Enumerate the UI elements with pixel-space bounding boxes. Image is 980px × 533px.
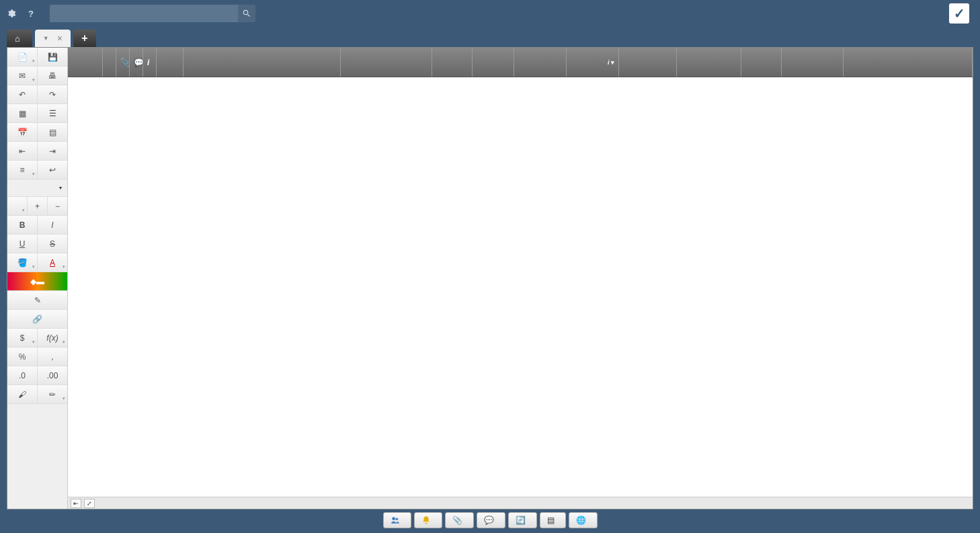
start-col-header[interactable] — [514, 48, 567, 77]
sharing-button[interactable] — [383, 512, 411, 528]
discuss-col-header[interactable]: 💬 — [130, 48, 143, 77]
save-button[interactable]: 💾 — [38, 48, 67, 66]
comments-button[interactable]: 💬 — [477, 512, 505, 528]
predecessors-col-header[interactable] — [677, 48, 741, 77]
finish-col-header[interactable]: i ▾ — [567, 48, 619, 77]
search-icon — [242, 9, 251, 18]
new-button[interactable]: 📄▾ — [7, 48, 38, 66]
help-icon: ? — [28, 9, 34, 19]
search-button[interactable] — [238, 5, 255, 22]
fill-color-button[interactable]: 🪣▾ — [7, 253, 38, 272]
underline-button[interactable]: U — [7, 235, 38, 253]
refresh-icon: 🔄 — [516, 516, 526, 525]
help-link[interactable]: ? — [28, 9, 36, 19]
svg-point-1 — [395, 518, 398, 521]
status-col-header[interactable] — [619, 48, 677, 77]
logo-checkmark-icon: ✓ — [949, 3, 969, 24]
people-icon — [391, 516, 400, 525]
link-button[interactable]: 🔗 — [7, 310, 67, 328]
outdent-button[interactable]: ⇤ — [7, 142, 38, 160]
font-select[interactable]: ▾ — [10, 185, 65, 191]
font-size-select[interactable]: ▾ — [7, 197, 28, 215]
grid-view-button[interactable]: ▦ — [7, 104, 38, 122]
bold-button[interactable]: B — [7, 216, 38, 234]
atrisk-col-header[interactable] — [157, 48, 183, 77]
close-icon[interactable]: × — [57, 33, 63, 44]
add-tab-button[interactable]: + — [73, 30, 96, 47]
info-icon: i — [147, 58, 149, 67]
clear-format-button[interactable]: ✏▾ — [38, 385, 67, 403]
left-toolbar: 📄▾💾 ✉▾🖶 ↶↷ ▦☰ 📅▤ ⇤⇥ ≡▾↩ ▾ ▾+− BI US 🪣▾A▾… — [7, 48, 68, 509]
align-button[interactable]: ≡▾ — [7, 161, 38, 179]
gantt-view-button[interactable]: ☰ — [38, 104, 67, 122]
highlight-button[interactable]: ✎ — [7, 291, 67, 309]
alerts-button[interactable] — [414, 512, 442, 528]
brand-logo: ✓ — [949, 3, 973, 24]
duration-col-header[interactable] — [473, 48, 514, 77]
strike-button[interactable]: S — [38, 235, 67, 253]
collapse-all-button[interactable]: ⇤ — [71, 499, 81, 508]
comments-col-header[interactable] — [844, 48, 973, 77]
form-icon: ▤ — [547, 516, 555, 525]
comment-icon: 💬 — [484, 516, 494, 525]
text-color-button[interactable]: A▾ — [38, 253, 67, 272]
dec-decrease-button[interactable]: .0 — [7, 366, 38, 384]
comment-icon: 💬 — [134, 58, 143, 67]
grid-footer: ⇤ ⤢ — [68, 497, 973, 509]
story-points-col-header[interactable] — [432, 48, 473, 77]
search-input[interactable] — [50, 5, 238, 22]
currency-button[interactable]: $▾ — [7, 329, 38, 347]
info-col-header[interactable]: i — [143, 48, 157, 77]
plus-icon: + — [81, 32, 87, 44]
paperclip-icon: 📎 — [452, 516, 462, 525]
sprint-col-header[interactable] — [741, 48, 782, 77]
formula-button[interactable]: f(x)▾ — [38, 329, 67, 347]
assigned-col-header[interactable] — [782, 48, 844, 77]
home-icon: ⌂ — [15, 34, 20, 44]
redo-button[interactable]: ↷ — [38, 85, 67, 104]
sheet-grid: 📎 💬 i i ▾ ⇤ ⤢ — [68, 48, 973, 509]
svg-point-0 — [392, 517, 395, 520]
tab-menu-icon[interactable]: ▼ — [43, 35, 49, 42]
account-link[interactable] — [7, 9, 19, 18]
publish-button[interactable]: 🌐 — [569, 512, 598, 528]
task-col-header[interactable] — [183, 48, 341, 77]
feature-type-col-header[interactable] — [341, 48, 432, 77]
format-painter-button[interactable]: 🖌 — [7, 385, 38, 403]
italic-button[interactable]: I — [38, 216, 67, 234]
row-number-header[interactable] — [68, 48, 103, 77]
update-requests-button[interactable]: 🔄 — [508, 512, 537, 528]
undo-button[interactable]: ↶ — [7, 85, 38, 104]
primary-col-header[interactable] — [103, 48, 116, 77]
attachments-button[interactable]: 📎 — [445, 512, 474, 528]
calendar-view-button[interactable]: 📅 — [7, 123, 38, 141]
font-dec-button[interactable]: − — [48, 197, 67, 215]
dec-increase-button[interactable]: .00 — [38, 366, 67, 384]
print-button[interactable]: 🖶 — [38, 67, 67, 85]
conditional-format-button[interactable]: ◆▬ — [7, 272, 67, 290]
expand-all-button[interactable]: ⤢ — [84, 499, 95, 508]
wrap-button[interactable]: ↩ — [38, 161, 67, 179]
column-header-row: 📎 💬 i i ▾ — [68, 48, 973, 77]
mail-button[interactable]: ✉▾ — [7, 67, 38, 85]
card-view-button[interactable]: ▤ — [38, 123, 67, 141]
globe-icon: 🌐 — [576, 516, 586, 525]
font-inc-button[interactable]: + — [28, 197, 48, 215]
home-tab[interactable]: ⌂ — [7, 30, 32, 47]
paperclip-icon: 📎 — [120, 58, 130, 67]
attach-col-header[interactable]: 📎 — [116, 48, 130, 77]
percent-button[interactable]: % — [7, 347, 38, 366]
thousands-button[interactable]: , — [38, 347, 67, 366]
sheet-tab[interactable]: ▼× — [35, 30, 71, 47]
bell-icon — [421, 516, 431, 525]
gear-icon — [7, 9, 16, 18]
web-forms-button[interactable]: ▤ — [540, 512, 566, 528]
indent-button[interactable]: ⇥ — [38, 142, 67, 160]
